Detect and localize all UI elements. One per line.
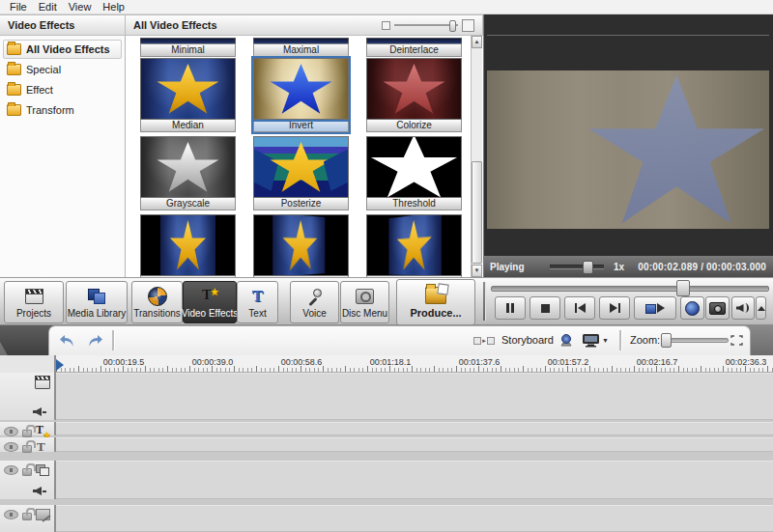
toolbar-separator bbox=[483, 282, 486, 321]
speed-slider[interactable] bbox=[550, 265, 604, 269]
timeline-ruler[interactable]: 00:00:19.500:00:39.000:00:58.600:01:18.1… bbox=[0, 355, 773, 373]
disc-menu-button[interactable]: Disc Menu bbox=[340, 281, 389, 323]
projects-icon bbox=[25, 289, 43, 304]
visibility-eye-icon[interactable] bbox=[4, 510, 18, 519]
timeline-zoom-slider[interactable] bbox=[663, 338, 729, 343]
display-dropdown-arrow[interactable]: ▼ bbox=[602, 337, 609, 344]
tree-item-effect[interactable]: Effect bbox=[3, 80, 122, 99]
playhead-marker[interactable] bbox=[56, 359, 64, 371]
snapshot-button[interactable] bbox=[705, 296, 730, 320]
voice-button[interactable]: Voice bbox=[290, 281, 339, 323]
tree-item-transform[interactable]: Transform bbox=[3, 100, 122, 120]
star-graphic bbox=[270, 142, 331, 193]
lock-icon[interactable] bbox=[22, 445, 32, 453]
mute-speaker-icon[interactable] bbox=[33, 407, 46, 416]
colorize-thumbnail bbox=[366, 58, 462, 120]
effect-cell-posterize[interactable]: Posterize bbox=[253, 136, 349, 210]
effects-panel-title: All Video Effects bbox=[133, 19, 217, 31]
media-library-button[interactable]: Media Library bbox=[66, 281, 128, 323]
visibility-eye-icon[interactable] bbox=[4, 442, 18, 452]
perspective-thumbnail bbox=[253, 214, 349, 276]
effect-label[interactable]: Minimal bbox=[140, 43, 236, 57]
scroll-up-button[interactable]: ▲ bbox=[472, 36, 482, 48]
seek-slider-handle[interactable] bbox=[676, 280, 690, 296]
text-track-header[interactable] bbox=[0, 437, 56, 452]
menu-edit[interactable]: Edit bbox=[33, 1, 63, 13]
speed-slider-handle[interactable] bbox=[583, 261, 593, 274]
timeline-zoom-handle[interactable] bbox=[661, 333, 672, 348]
effect-cell-flip[interactable]: Flip bbox=[140, 214, 236, 277]
effect-label[interactable]: Maximal bbox=[253, 43, 349, 57]
undo-button[interactable] bbox=[56, 331, 79, 350]
play-segment-icon bbox=[645, 303, 665, 313]
effect-label: Grayscale bbox=[140, 198, 236, 210]
text-track bbox=[0, 437, 773, 452]
star-graphic bbox=[397, 218, 432, 272]
effect-label[interactable]: Deinterlace bbox=[366, 43, 462, 57]
effect-cell-perspective[interactable]: Perspective bbox=[253, 214, 349, 277]
overlay-track-lane[interactable] bbox=[56, 461, 773, 499]
pause-button[interactable] bbox=[495, 296, 526, 320]
effect-cell-colorize[interactable]: Colorize bbox=[366, 58, 462, 132]
storyboard-icon bbox=[473, 337, 481, 345]
undo-icon bbox=[59, 334, 76, 347]
effects-scrollbar[interactable]: ▲ ▼ bbox=[471, 36, 482, 277]
lock-icon[interactable] bbox=[22, 468, 32, 476]
menu-file[interactable]: File bbox=[4, 1, 33, 13]
menu-help[interactable]: Help bbox=[97, 1, 130, 13]
next-button[interactable] bbox=[599, 296, 630, 320]
text-button[interactable]: TText bbox=[237, 281, 278, 323]
scroll-down-button[interactable]: ▼ bbox=[472, 265, 482, 277]
thumbnail-size-slider[interactable] bbox=[382, 19, 474, 32]
text-track-lane[interactable] bbox=[56, 437, 773, 452]
tree-item-special[interactable]: Special bbox=[3, 60, 122, 79]
thumb-size-handle[interactable] bbox=[449, 20, 456, 32]
next-icon bbox=[609, 303, 621, 313]
storyboard-toggle[interactable]: ▸ bbox=[472, 331, 497, 350]
video-effects-track-lane[interactable] bbox=[56, 422, 773, 435]
effect-cell-median[interactable]: Median bbox=[140, 58, 236, 132]
effect-cell-invert[interactable]: Invert bbox=[253, 58, 349, 132]
audio-mixer-button[interactable] bbox=[555, 331, 578, 350]
produce-button[interactable]: Produce... bbox=[396, 279, 475, 325]
video-effects-button[interactable]: Video Effects bbox=[183, 281, 237, 323]
main-video-track-lane[interactable] bbox=[56, 373, 773, 420]
effect-cell-skew[interactable]: Skew bbox=[366, 214, 462, 277]
audio-track-lane[interactable] bbox=[56, 505, 773, 532]
volume-popup-button[interactable] bbox=[756, 296, 766, 320]
ruler-timestamp: 00:00:58.6 bbox=[272, 357, 330, 367]
star-graphic bbox=[270, 64, 331, 115]
effect-cell-threshold[interactable]: Threshold bbox=[366, 136, 462, 210]
lock-icon[interactable] bbox=[22, 430, 32, 437]
audio-track-header[interactable] bbox=[0, 505, 56, 532]
transitions-button[interactable]: Transitions bbox=[131, 281, 183, 323]
display-mode-button[interactable]: ▼ bbox=[582, 331, 609, 350]
stop-button[interactable] bbox=[530, 296, 560, 320]
play-segment-button[interactable] bbox=[634, 296, 676, 320]
menu-view[interactable]: View bbox=[63, 1, 98, 13]
effects-settings-button[interactable] bbox=[680, 296, 704, 320]
video-effects-track-header[interactable] bbox=[0, 422, 56, 435]
redo-button[interactable] bbox=[83, 331, 106, 350]
seek-slider[interactable] bbox=[491, 286, 769, 292]
effect-label: Posterize bbox=[253, 198, 349, 210]
overlay-track-header[interactable] bbox=[0, 461, 56, 499]
projects-button[interactable]: Projects bbox=[4, 281, 64, 323]
main-video-track-header[interactable] bbox=[0, 373, 56, 420]
tree-item-all-video-effects[interactable]: All Video Effects bbox=[3, 40, 122, 59]
visibility-eye-icon[interactable] bbox=[4, 465, 18, 475]
previous-button[interactable] bbox=[564, 296, 595, 320]
mute-speaker-icon[interactable] bbox=[33, 487, 46, 495]
fit-to-screen-icon bbox=[730, 335, 743, 346]
scrollbar-thumb[interactable] bbox=[472, 161, 482, 264]
star-graphic bbox=[157, 64, 218, 115]
visibility-eye-icon[interactable] bbox=[4, 427, 18, 436]
posterize-thumbnail bbox=[253, 136, 349, 198]
volume-button[interactable] bbox=[731, 296, 755, 320]
effects-grid-panel: All Video Effects MinimalMaximalDeinterl… bbox=[126, 14, 483, 277]
zoom-label: Zoom: bbox=[630, 334, 660, 346]
effect-cell-grayscale[interactable]: Grayscale bbox=[140, 136, 236, 210]
voice-icon bbox=[307, 289, 323, 304]
lock-icon[interactable] bbox=[22, 513, 32, 520]
fit-timeline-button[interactable] bbox=[727, 331, 746, 350]
